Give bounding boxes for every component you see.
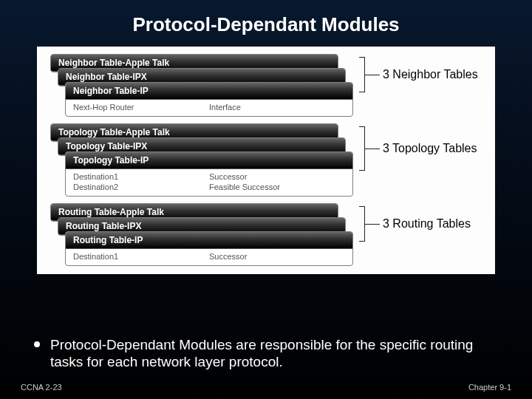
cards-topology: Topology Table-Apple Talk Topology Table…	[50, 123, 338, 197]
bracket-topology: 3 Topology Tables	[359, 126, 477, 171]
footer-left: CCNA 2-23	[21, 383, 62, 392]
card-body: Destination1 Successor	[66, 249, 352, 265]
cell: Feasible Successor	[209, 182, 345, 192]
cell: Destination1	[73, 251, 209, 262]
cell: Next-Hop Router	[73, 102, 209, 112]
cell: Successor	[209, 171, 345, 182]
cell: Destination2	[73, 182, 209, 192]
list-item: Protocol-Dependant Modules are responsib…	[34, 336, 502, 372]
bullet-text: Protocol-Dependant Modules are responsib…	[34, 336, 502, 372]
bullet-icon	[34, 341, 40, 347]
bracket-routing: 3 Routing Tables	[359, 206, 471, 242]
card-body: Next-Hop Router Interface	[66, 100, 352, 116]
diagram-panel: Neighbor Table-Apple Talk Neighbor Table…	[37, 47, 495, 274]
card-header: Routing Table-IP	[66, 232, 352, 249]
bullet-strong: Protocol-Dependant Modules	[50, 337, 232, 352]
card-header: Topology Table-IP	[66, 152, 352, 169]
card-topology-ip: Topology Table-IP Destination1 Destinati…	[65, 151, 353, 197]
cards-neighbor: Neighbor Table-Apple Talk Neighbor Table…	[50, 54, 338, 117]
card-neighbor-ip: Neighbor Table-IP Next-Hop Router Interf…	[65, 82, 353, 117]
bracket-neighbor: 3 Neighbor Tables	[359, 57, 478, 92]
footer-right: Chapter 9-1	[468, 383, 511, 392]
card-header: Neighbor Table-IP	[66, 83, 352, 100]
cell: Successor	[209, 251, 345, 262]
slide-title: Protocol-Dependant Modules	[0, 0, 532, 42]
annot-text: 3 Neighbor Tables	[380, 68, 478, 81]
card-body: Destination1 Destination2 Successor Feas…	[66, 169, 352, 196]
annot-text: 3 Routing Tables	[380, 217, 471, 231]
cards-routing: Routing Table-Apple Talk Routing Table-I…	[50, 203, 338, 266]
annot-text: 3 Topology Tables	[380, 142, 477, 155]
group-routing: Routing Table-Apple Talk Routing Table-I…	[50, 203, 482, 266]
group-topology: Topology Table-Apple Talk Topology Table…	[50, 123, 482, 197]
cell: Destination1	[73, 171, 209, 182]
group-neighbor: Neighbor Table-Apple Talk Neighbor Table…	[50, 54, 482, 117]
card-routing-ip: Routing Table-IP Destination1 Successor	[65, 231, 353, 266]
cell: Interface	[209, 102, 345, 112]
slide: Protocol-Dependant Modules Neighbor Tabl…	[0, 0, 532, 399]
